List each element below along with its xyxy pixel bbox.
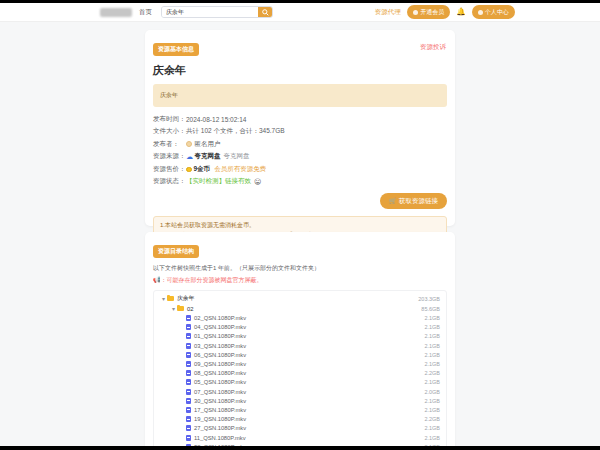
quark-cloud-icon: ☁ bbox=[186, 153, 193, 160]
search-input[interactable] bbox=[162, 7, 258, 17]
video-file-icon bbox=[186, 333, 191, 339]
chevron-down-icon[interactable]: ▾ bbox=[170, 305, 177, 312]
tree-file-row: 04_QSN.1080P.mkv 2.1GB bbox=[158, 323, 440, 332]
video-file-icon bbox=[186, 352, 191, 358]
vip-icon bbox=[413, 10, 418, 15]
video-file-icon bbox=[186, 425, 191, 431]
tree-file-row: 11_QSN.1080P.mkv 2.1GB bbox=[158, 433, 440, 442]
resource-title: 庆余年 bbox=[153, 63, 447, 78]
tree-file-row: 09_QSN.1080P.mkv 2.1GB bbox=[158, 359, 440, 368]
nav-home-link[interactable]: 首页 bbox=[139, 8, 152, 17]
tree-file-row: 30_QSN.1080P.mkv 2.1GB bbox=[158, 396, 440, 405]
megaphone-icon: 📢： bbox=[153, 277, 167, 283]
video-file-icon bbox=[186, 435, 191, 441]
tree-warning: 📢：可能存在部分资源被网盘官方屏蔽。 bbox=[153, 276, 447, 285]
site-header: 首页 资源代理 开通会员 🔔 个人中心 bbox=[0, 3, 600, 22]
tree-file-row: 01_QSN.1080P.mkv 2.1GB bbox=[158, 332, 440, 341]
chevron-down-icon[interactable]: ▾ bbox=[160, 295, 167, 302]
video-file-icon bbox=[186, 398, 191, 404]
directory-card: 资源目录结构 以下文件树快照生成于1 年前。（只展示部分的文件和文件夹） 📢：可… bbox=[145, 232, 455, 446]
tree-file-row: 06_QSN.1080P.mkv 2.1GB bbox=[158, 350, 440, 359]
tree-file-row: 03_QSN.1080P.mkv 2.1GB bbox=[158, 341, 440, 350]
tree-file-row: 02_QSN.1080P.mkv 2.1GB bbox=[158, 314, 440, 323]
letterbox-bottom bbox=[0, 446, 600, 450]
video-file-icon bbox=[186, 361, 191, 367]
meta-row-time: 发布时间： 2024-08-12 15:02:14 bbox=[153, 113, 447, 126]
search-icon bbox=[262, 9, 269, 16]
notice-line-1: 1.本站会员获取资源无需消耗金币。 bbox=[160, 221, 440, 231]
meta-row-publisher: 发布者： 匿名用户 bbox=[153, 138, 447, 151]
resource-agent-link[interactable]: 资源代理 bbox=[375, 8, 401, 17]
meta-row-size: 文件大小： 共计 102 个文件，合计：345.7GB bbox=[153, 126, 447, 139]
video-file-icon bbox=[186, 370, 191, 376]
complaint-link[interactable]: 资源投诉 bbox=[420, 43, 446, 52]
tree-file-row: 27_QSN.1080P.mkv 2.1GB bbox=[158, 424, 440, 433]
publisher-avatar bbox=[186, 141, 192, 147]
coin-icon bbox=[186, 167, 192, 173]
meta-row-source: 资源来源： ☁ 夸克网盘 夸克网盘 bbox=[153, 151, 447, 164]
tree-file-row: 17_QSN.1080P.mkv 2.1GB bbox=[158, 405, 440, 414]
bell-icon[interactable]: 🔔 bbox=[456, 8, 465, 16]
site-logo[interactable] bbox=[100, 8, 132, 17]
member-free-link[interactable]: 会员所有资源免费 bbox=[214, 165, 266, 174]
tree-file-row: 05_QSN.1080P.mkv 2.1GB bbox=[158, 378, 440, 387]
profile-button[interactable]: 个人中心 bbox=[472, 5, 516, 19]
tree-season-folder[interactable]: ▾ 02 85.6GB bbox=[158, 304, 440, 314]
video-file-icon bbox=[186, 324, 191, 330]
directory-badge: 资源目录结构 bbox=[153, 245, 199, 258]
video-file-icon bbox=[186, 379, 191, 385]
search-box bbox=[161, 6, 273, 18]
folder-icon bbox=[167, 296, 174, 301]
video-file-icon bbox=[186, 315, 191, 321]
status-emoji: 😛 bbox=[254, 178, 261, 185]
page-background: 资源基本信息 资源投诉 庆余年 庆余年 发布时间： 2024-08-12 15:… bbox=[0, 22, 600, 446]
search-button[interactable] bbox=[258, 7, 272, 17]
vip-button[interactable]: 开通会员 bbox=[407, 5, 451, 19]
meta-row-status: 资源状态： 【实时检测】链接有效 😛 bbox=[153, 176, 447, 189]
avatar-icon bbox=[478, 10, 483, 15]
file-tree: ▾ 庆余年 203.3GB ▾ 02 85.6GB 02_QSN.1080P.m… bbox=[153, 290, 447, 447]
resource-subtitle-box: 庆余年 bbox=[153, 84, 447, 107]
meta-list: 发布时间： 2024-08-12 15:02:14 文件大小： 共计 102 个… bbox=[153, 113, 447, 188]
video-file-icon bbox=[186, 343, 191, 349]
letterbox-top bbox=[0, 0, 600, 3]
video-file-icon bbox=[186, 389, 191, 395]
video-file-icon bbox=[186, 407, 191, 413]
tree-file-row: 07_QSN.1080P.mkv 2.0GB bbox=[158, 387, 440, 396]
video-file-icon bbox=[186, 416, 191, 422]
tree-file-row: 08_QSN.1080P.mkv 2.2GB bbox=[158, 369, 440, 378]
cart-icon: 🛒 bbox=[389, 198, 397, 204]
meta-row-price: 资源售价： 9金币 会员所有资源免费 bbox=[153, 163, 447, 176]
folder-icon bbox=[177, 306, 184, 311]
info-badge: 资源基本信息 bbox=[153, 43, 199, 56]
tree-files: 02_QSN.1080P.mkv 2.1GB 04_QSN.1080P.mkv … bbox=[158, 314, 440, 447]
tree-root-folder[interactable]: ▾ 庆余年 203.3GB bbox=[158, 294, 440, 304]
get-resource-button[interactable]: 🛒 获取资源链接 bbox=[380, 193, 447, 209]
tree-file-row: 19_QSN.1080P.mkv 2.2GB bbox=[158, 415, 440, 424]
tree-description: 以下文件树快照生成于1 年前。（只展示部分的文件和文件夹） bbox=[153, 264, 447, 273]
resource-info-card: 资源基本信息 资源投诉 庆余年 庆余年 发布时间： 2024-08-12 15:… bbox=[145, 30, 455, 226]
